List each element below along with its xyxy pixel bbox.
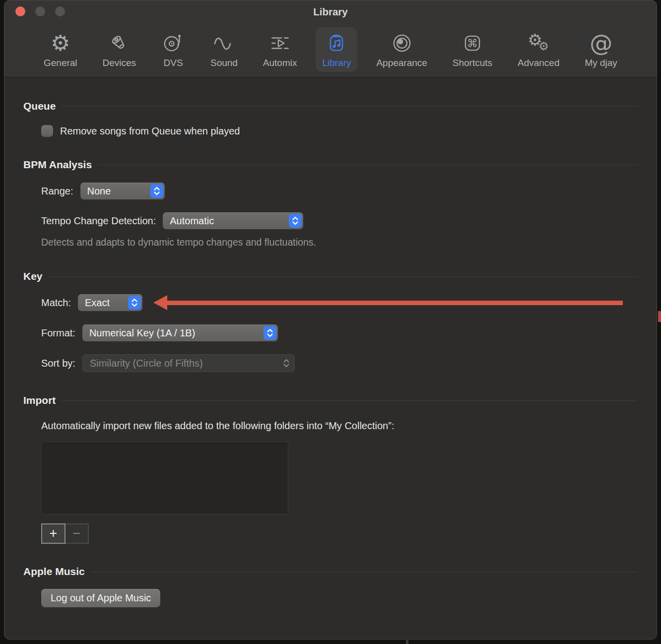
toolbar-item-label: DVS: [163, 58, 183, 68]
gears-icon: ⚙⚙: [526, 30, 551, 57]
range-popup-value: None: [80, 186, 149, 197]
apple-music-section-header: Apple Music: [23, 566, 638, 578]
toolbar-item-devices[interactable]: Devices: [96, 27, 143, 72]
annotation-arrow: [153, 295, 623, 310]
command-key-icon: ⌘: [461, 30, 484, 57]
section-title: BPM Analysis: [23, 159, 92, 171]
toolbar-item-my-djay[interactable]: @ My djay: [578, 27, 623, 72]
import-description: Automatically import new files added to …: [41, 420, 638, 432]
section-title: Apple Music: [23, 566, 85, 578]
titlebar: Library: [4, 0, 657, 22]
sort-by-label: Sort by:: [41, 358, 75, 369]
popup-chevrons-icon: [150, 184, 163, 198]
background-divider-tick: [406, 640, 408, 644]
tempo-detection-label: Tempo Change Detection:: [41, 215, 156, 227]
library-settings-panel: Queue Remove songs from Queue when playe…: [4, 100, 657, 607]
music-library-icon: [325, 30, 348, 57]
add-folder-button[interactable]: +: [41, 523, 66, 544]
toolbar-item-label: Sound: [210, 58, 238, 68]
tempo-row: Tempo Change Detection: Automatic: [41, 212, 638, 229]
section-title: Import: [23, 394, 56, 406]
toolbar-item-automix[interactable]: Automix: [257, 27, 304, 72]
toolbar-item-label: Library: [322, 58, 351, 68]
toolbar-item-label: Devices: [103, 58, 136, 68]
range-popup[interactable]: None: [80, 183, 165, 199]
section-divider: [91, 572, 638, 572]
sort-by-row: Sort by: Similarity (Circle of Fifths): [41, 354, 638, 372]
bpm-section-header: BPM Analysis: [23, 159, 638, 171]
toolbar-item-label: Shortcuts: [453, 58, 492, 68]
remove-songs-row: Remove songs from Queue when played: [41, 125, 638, 137]
toolbar-item-label: General: [44, 58, 77, 68]
background-arrow-fragment: [658, 311, 661, 322]
popup-chevrons-icon: [280, 356, 293, 370]
svg-text:⌘: ⌘: [467, 37, 478, 50]
logout-apple-music-button[interactable]: Log out of Apple Music: [41, 589, 160, 607]
section-title: Queue: [23, 100, 56, 112]
section-divider: [98, 165, 638, 165]
toolbar-item-label: Appearance: [376, 58, 427, 68]
section-divider: [62, 400, 638, 401]
remove-songs-label: Remove songs from Queue when played: [60, 126, 240, 137]
match-popup-value: Exact: [78, 297, 127, 309]
arrow-head: [153, 295, 167, 310]
preferences-window: Library ⚙ General Devices: [4, 0, 657, 640]
match-popup[interactable]: Exact: [78, 294, 142, 311]
section-divider: [62, 106, 638, 107]
range-row: Range: None: [41, 183, 638, 199]
automix-icon: [268, 30, 292, 57]
popup-chevrons-icon: [128, 296, 141, 310]
arrow-shaft: [167, 301, 623, 305]
remove-folder-button: −: [66, 523, 89, 544]
range-label: Range:: [41, 186, 73, 197]
tempo-popup-value: Automatic: [163, 215, 287, 227]
preferences-toolbar: ⚙ General Devices DVS: [4, 22, 657, 77]
toolbar-item-shortcuts[interactable]: ⌘ Shortcuts: [446, 27, 499, 72]
turntable-icon: [161, 30, 185, 57]
tempo-detection-popup[interactable]: Automatic: [163, 212, 303, 229]
tempo-help-text: Detects and adapts to dynamic tempo chan…: [41, 237, 638, 248]
key-section-header: Key: [23, 270, 638, 282]
speaker-icon: [107, 30, 131, 57]
window-title: Library: [4, 0, 657, 23]
sine-wave-icon: [212, 30, 236, 57]
toolbar-item-general[interactable]: ⚙ General: [37, 27, 84, 72]
toolbar-item-label: My djay: [585, 58, 617, 68]
format-row: Format: Numerical Key (1A / 1B): [41, 324, 638, 341]
match-row: Match: Exact: [41, 294, 638, 311]
format-popup[interactable]: Numerical Key (1A / 1B): [82, 324, 278, 341]
format-label: Format:: [41, 327, 75, 339]
toolbar-item-appearance[interactable]: Appearance: [370, 27, 433, 72]
section-divider: [49, 276, 638, 277]
sort-by-popup: Similarity (Circle of Fifths): [82, 354, 295, 372]
gear-icon: ⚙: [51, 30, 70, 57]
toolbar-item-sound[interactable]: Sound: [204, 27, 244, 72]
toolbar-item-dvs[interactable]: DVS: [155, 27, 192, 72]
popup-chevrons-icon: [289, 214, 302, 228]
format-popup-value: Numerical Key (1A / 1B): [82, 327, 262, 339]
queue-section-header: Queue: [23, 100, 638, 112]
toolbar-item-label: Advanced: [518, 58, 560, 68]
sort-by-popup-value: Similarity (Circle of Fifths): [83, 358, 278, 369]
import-folder-list[interactable]: [41, 442, 288, 515]
toolbar-item-library[interactable]: Library: [316, 27, 357, 72]
toolbar-item-advanced[interactable]: ⚙⚙ Advanced: [511, 27, 566, 72]
section-title: Key: [23, 270, 43, 282]
at-sign-icon: @: [590, 30, 612, 57]
eye-icon: [390, 30, 414, 57]
popup-chevrons-icon: [264, 326, 276, 340]
import-section-header: Import: [23, 394, 638, 406]
toolbar-item-label: Automix: [263, 58, 297, 68]
match-label: Match:: [41, 297, 71, 309]
list-buttons: + −: [41, 523, 638, 544]
remove-songs-checkbox[interactable]: [41, 125, 53, 137]
